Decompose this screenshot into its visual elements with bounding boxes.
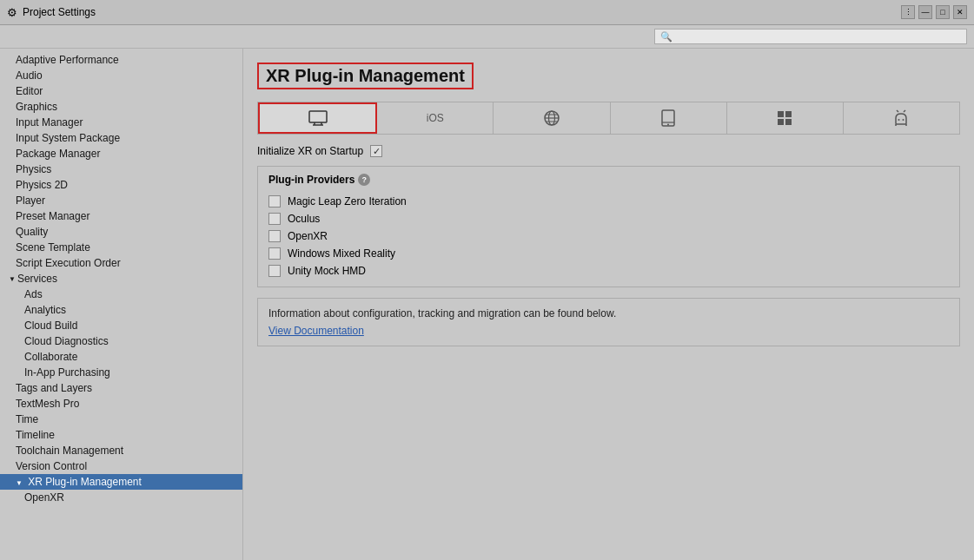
sidebar-item-cloud-build[interactable]: Cloud Build — [0, 318, 242, 333]
svg-rect-14 — [778, 119, 784, 125]
provider-checkbox[interactable] — [268, 265, 281, 277]
sidebar-item-xr-plug-in-management[interactable]: ▼ XR Plug-in Management — [0, 474, 242, 490]
provider-label: Oculus — [288, 213, 320, 225]
view-doc-link[interactable]: View Documentation — [268, 325, 364, 337]
providers-label: Plug-in Providers — [268, 174, 354, 186]
initialize-row: Initialize XR on Startup — [257, 145, 960, 157]
maximize-btn[interactable]: □ — [936, 5, 950, 19]
sidebar-item-toolchain-management[interactable]: Toolchain Management — [0, 443, 242, 458]
info-box: Information about configuration, trackin… — [257, 298, 960, 346]
page-title: XR Plug-in Management — [257, 63, 474, 89]
platform-tabs: iOS — [257, 102, 960, 135]
provider-item: Magic Leap Zero Iteration — [268, 193, 949, 210]
provider-checkbox[interactable] — [268, 230, 281, 242]
sidebar-item-input-manager[interactable]: Input Manager — [0, 115, 242, 130]
sidebar-item-player[interactable]: Player — [0, 193, 242, 208]
title-bar-left: ⚙ Project Settings — [7, 6, 96, 19]
close-btn[interactable]: ✕ — [953, 5, 967, 19]
sidebar-item-version-control[interactable]: Version Control — [0, 458, 242, 474]
providers-list: Magic Leap Zero IterationOculusOpenXRWin… — [268, 193, 949, 280]
provider-checkbox[interactable] — [268, 247, 281, 260]
provider-item: OpenXR — [268, 227, 949, 245]
svg-rect-12 — [778, 111, 784, 117]
provider-checkbox[interactable] — [268, 213, 281, 225]
sidebar-item-editor[interactable]: Editor — [0, 83, 242, 99]
svg-rect-13 — [785, 111, 792, 117]
svg-point-11 — [667, 124, 669, 126]
sidebar-item-label: XR Plug-in Management — [28, 476, 142, 488]
sidebar-item-adaptive-performance[interactable]: Adaptive Performance — [0, 52, 242, 68]
search-bar — [0, 25, 974, 49]
sidebar-group-services[interactable]: ▼Services — [0, 271, 242, 287]
tab-globe[interactable] — [494, 102, 610, 134]
provider-label: Windows Mixed Reality — [288, 247, 395, 260]
svg-point-17 — [903, 119, 904, 121]
tablet-icon — [661, 109, 675, 127]
provider-label: OpenXR — [288, 230, 328, 242]
initialize-label: Initialize XR on Startup — [257, 145, 363, 157]
provider-item: Windows Mixed Reality — [268, 245, 949, 262]
sidebar-item-textmesh-pro[interactable]: TextMesh Pro — [0, 396, 242, 412]
provider-label: Unity Mock HMD — [288, 265, 366, 277]
globe-icon — [543, 109, 560, 127]
sidebar-item-script-execution-order[interactable]: Script Execution Order — [0, 255, 242, 271]
providers-box: Plug-in Providers ? Magic Leap Zero Iter… — [257, 166, 960, 287]
tab-standalone[interactable] — [258, 102, 377, 134]
window-title: Project Settings — [23, 6, 96, 18]
expand-triangle: ▼ — [9, 275, 16, 283]
info-text: Information about configuration, trackin… — [268, 307, 949, 320]
sidebar-item-quality[interactable]: Quality — [0, 224, 242, 240]
sidebar-item-collaborate[interactable]: Collaborate — [0, 349, 242, 365]
sidebar-item-in-app-purchasing[interactable]: In-App Purchasing — [0, 365, 242, 380]
tab-windows[interactable] — [727, 102, 844, 134]
sidebar-item-graphics[interactable]: Graphics — [0, 99, 242, 115]
sidebar-item-audio[interactable]: Audio — [0, 68, 242, 83]
sidebar-item-physics-2d[interactable]: Physics 2D — [0, 177, 242, 193]
provider-item: Oculus — [268, 210, 949, 227]
sidebar-item-tags-and-layers[interactable]: Tags and Layers — [0, 380, 242, 396]
title-bar-controls: ⋮ — □ ✕ — [901, 5, 967, 19]
providers-header: Plug-in Providers ? — [268, 174, 949, 186]
svg-rect-9 — [662, 110, 674, 126]
sidebar-item-input-system-package[interactable]: Input System Package — [0, 130, 242, 146]
menu-btn[interactable]: ⋮ — [901, 5, 915, 19]
svg-rect-0 — [309, 111, 327, 122]
minimize-btn[interactable]: — — [918, 5, 932, 19]
content-area: XR Plug-in Management iOS — [243, 49, 974, 560]
android-icon — [893, 109, 909, 127]
sidebar-item-label: Services — [17, 273, 57, 285]
svg-line-19 — [904, 110, 905, 112]
sidebar-item-time[interactable]: Time — [0, 412, 242, 427]
search-input[interactable] — [654, 29, 967, 44]
sidebar-item-preset-manager[interactable]: Preset Manager — [0, 208, 242, 224]
initialize-checkbox[interactable] — [370, 145, 382, 157]
help-icon[interactable]: ? — [358, 174, 370, 186]
svg-rect-15 — [785, 119, 792, 125]
provider-checkbox[interactable] — [268, 195, 281, 208]
sidebar-item-scene-template[interactable]: Scene Template — [0, 240, 242, 255]
sidebar-item-timeline[interactable]: Timeline — [0, 427, 242, 443]
main-layout: Adaptive PerformanceAudioEditorGraphicsI… — [0, 49, 974, 560]
sidebar: Adaptive PerformanceAudioEditorGraphicsI… — [0, 49, 243, 560]
monitor-icon — [308, 110, 328, 126]
windows-icon — [777, 110, 792, 126]
sidebar-item-physics[interactable]: Physics — [0, 161, 242, 177]
sidebar-item-cloud-diagnostics[interactable]: Cloud Diagnostics — [0, 333, 242, 349]
tab-ios[interactable]: iOS — [377, 102, 494, 134]
expand-triangle: ▼ — [16, 479, 24, 487]
sidebar-item-openxr[interactable]: OpenXR — [0, 490, 242, 505]
provider-item: Unity Mock HMD — [268, 262, 949, 280]
svg-line-18 — [897, 110, 898, 112]
tab-tablet[interactable] — [611, 102, 727, 134]
title-bar: ⚙ Project Settings ⋮ — □ ✕ — [0, 0, 974, 25]
tab-android[interactable] — [844, 102, 959, 134]
sidebar-item-analytics[interactable]: Analytics — [0, 302, 242, 318]
sidebar-item-ads[interactable]: Ads — [0, 287, 242, 302]
settings-icon: ⚙ — [7, 6, 17, 19]
provider-label: Magic Leap Zero Iteration — [288, 195, 407, 208]
ios-label: iOS — [427, 112, 444, 124]
svg-point-16 — [898, 119, 900, 121]
sidebar-item-package-manager[interactable]: Package Manager — [0, 146, 242, 161]
